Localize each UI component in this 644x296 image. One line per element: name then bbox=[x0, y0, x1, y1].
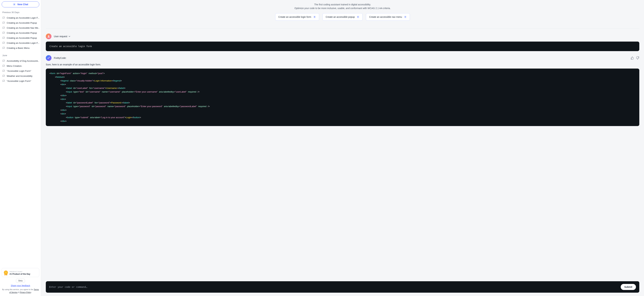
user-request-dropdown[interactable]: User request bbox=[54, 35, 70, 38]
badge-eyebrow: PRODUCT HUNT bbox=[10, 271, 22, 273]
suggestion-label: Create an accessible login form bbox=[278, 15, 311, 19]
sidebar-item[interactable]: Creating an Accessible Popup bbox=[2, 20, 39, 25]
product-hunt-badge[interactable]: PRODUCT HUNT #1 Product of the Day bbox=[2, 268, 39, 277]
sidebar-item[interactable]: "Accessible Login Form" bbox=[2, 78, 39, 83]
thumbs-up-icon[interactable] bbox=[630, 56, 634, 60]
chevron-down-icon bbox=[68, 35, 70, 37]
sidebar-item-label: Creating an Accessible Popup bbox=[7, 32, 37, 34]
thumbs-down-icon[interactable] bbox=[636, 56, 639, 60]
suggestion-chip[interactable]: Create an accessible login form bbox=[275, 13, 319, 21]
submit-button[interactable]: Submit bbox=[621, 284, 636, 290]
terms-text: By using this service, you agree to the … bbox=[2, 288, 39, 294]
sidebar-item-label: Creating an Accessible Nav Me... bbox=[7, 27, 39, 29]
badge-title: #1 Product of the Day bbox=[10, 273, 30, 275]
sidebar-item[interactable]: "Accessible Login Form" bbox=[2, 68, 39, 73]
new-chat-button[interactable]: + New Chat bbox=[2, 1, 39, 7]
privacy-link[interactable]: Privacy Policy bbox=[20, 291, 31, 293]
sidebar-item-label: "Accessible Login Form" bbox=[7, 70, 31, 72]
bot-avatar bbox=[46, 55, 52, 61]
play-icon bbox=[404, 15, 407, 18]
sidebar-item[interactable]: Creating an Accessible Login F... bbox=[2, 40, 39, 45]
section-june: June bbox=[2, 54, 38, 57]
sidebar-item[interactable]: Creating an Accessible Login F... bbox=[2, 15, 39, 20]
sidebar-item-label: Creating an Accessible Popup bbox=[7, 22, 37, 24]
feedback-link[interactable]: Share your feedback bbox=[2, 285, 39, 287]
sidebar-item[interactable]: Menu Creation. bbox=[2, 63, 39, 68]
sidebar-item-label: Creating an Accessible Login F... bbox=[7, 42, 39, 44]
user-avatar bbox=[46, 33, 52, 39]
play-icon bbox=[357, 15, 360, 18]
sidebar-item-label: Creating a Basic Menu bbox=[7, 47, 30, 49]
sidebar-item[interactable]: Creating an Accessible Nav Me... bbox=[2, 25, 39, 30]
sidebar-item-label: Weather and Accessibility bbox=[7, 75, 32, 77]
suggestion-chip[interactable]: Create an accessible popup bbox=[322, 13, 363, 21]
beta-tag: Beta bbox=[16, 279, 25, 283]
sidebar-item-label: Creating an Accessible Login F... bbox=[7, 16, 39, 19]
sidebar-item[interactable]: Creating an Accessible Popup bbox=[2, 35, 39, 40]
hero-line1: The first coding assistant trained in di… bbox=[46, 3, 639, 6]
command-input-bar: Submit bbox=[46, 281, 639, 293]
sidebar-item[interactable]: Accessibility of Dog Accessorie... bbox=[2, 58, 39, 63]
sidebar-item-label: Creating an Accessible Popup bbox=[7, 37, 37, 39]
plus-icon: + bbox=[13, 3, 16, 6]
divider bbox=[46, 28, 639, 28]
suggestion-label: Create an accessible nav menu bbox=[369, 15, 402, 19]
sidebar-item-label: Accessibility of Dog Accessorie... bbox=[7, 60, 39, 62]
suggestion-label: Create an accessible popup bbox=[326, 15, 355, 19]
bot-label: FixMyCode: bbox=[54, 57, 66, 59]
user-message-block: Create an accessible login form bbox=[46, 41, 639, 51]
bot-intro: Sure, here is an example of an accessibl… bbox=[46, 63, 639, 66]
sidebar-item-label: Menu Creation. bbox=[7, 65, 22, 67]
sidebar-item[interactable]: Creating an Accessible Popup bbox=[2, 30, 39, 35]
sidebar-item[interactable]: Creating a Basic Menu bbox=[2, 45, 39, 50]
sidebar-item-label: "Accessible Login Form" bbox=[7, 80, 31, 82]
section-recent: Previous 30 Days bbox=[2, 11, 38, 13]
medal-icon bbox=[4, 271, 8, 275]
sidebar-item[interactable]: Weather and Accessibility bbox=[2, 73, 39, 78]
new-chat-label: New Chat bbox=[18, 3, 28, 6]
bot-code-block: <form id="loginForm" action="/login" met… bbox=[46, 68, 639, 126]
play-icon bbox=[313, 15, 316, 18]
command-input[interactable] bbox=[49, 286, 618, 288]
hero-line2: Optimize your code to be more inclusive,… bbox=[46, 6, 639, 10]
suggestion-chip[interactable]: Create an accessible nav menu bbox=[366, 13, 410, 21]
